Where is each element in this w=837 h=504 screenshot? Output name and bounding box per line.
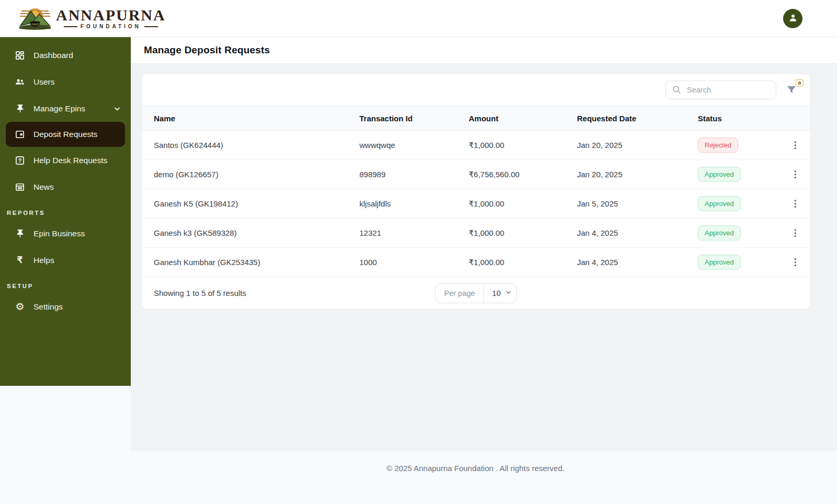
table-row: demo (GK126657) 898989 ₹6,756,560.00 Jan…	[142, 160, 810, 189]
page-footer: © 2025 Annapurna Foundation . All rights…	[131, 451, 820, 504]
cell-requested-date: Jan 4, 2025	[565, 248, 686, 277]
filter-funnel-icon	[786, 88, 797, 97]
column-header-amount: Amount	[457, 106, 565, 131]
page-title: Manage Deposit Requests	[144, 44, 270, 56]
row-actions-menu-icon[interactable]: ⋮	[788, 168, 803, 181]
chevron-down-icon	[505, 289, 512, 297]
main-content: 0 Name Transaction Id Amount Requested D…	[131, 64, 837, 451]
cell-transaction-id: 1000	[348, 248, 457, 277]
search-input[interactable]	[665, 81, 776, 99]
sidebar-item-news[interactable]: News	[0, 174, 131, 200]
sidebar-item-users[interactable]: Users	[0, 68, 131, 95]
table-row: Santos (GK624444) wwwqwqe ₹1,000.00 Jan …	[142, 131, 810, 160]
sidebar-item-label: Users	[33, 77, 54, 87]
sidebar-item-label: Helps	[33, 256, 54, 265]
cell-requested-date: Jan 20, 2025	[565, 131, 686, 160]
per-page-label: Per page	[436, 289, 483, 297]
brand-name: ANNAPURNA	[56, 7, 166, 23]
sidebar-section-setup: SETUP	[0, 273, 131, 293]
mountain-sun-logo-icon	[17, 4, 52, 33]
copyright-text: © 2025 Annapurna Foundation . All rights…	[387, 464, 564, 504]
cell-requested-date: Jan 4, 2025	[565, 219, 686, 248]
search-box	[665, 81, 776, 99]
cell-name: Ganesh K5 (GK198412)	[142, 189, 348, 219]
chevron-down-icon	[113, 105, 121, 113]
gear-icon: ⚙	[15, 302, 25, 312]
sidebar-item-label: Manage Epins	[33, 104, 85, 113]
cell-name: Santos (GK624444)	[142, 131, 348, 160]
sidebar-item-label: Help Desk Requests	[33, 156, 107, 165]
cell-transaction-id: wwwqwqe	[348, 131, 457, 160]
column-header-actions	[781, 106, 810, 131]
status-badge: Approved	[698, 196, 741, 211]
sidebar-item-help-desk-requests[interactable]: ? Help Desk Requests	[0, 147, 131, 174]
sidebar-item-epin-business[interactable]: Epin Business	[0, 220, 131, 247]
column-header-status: Status	[686, 106, 781, 131]
news-icon	[15, 182, 25, 192]
page-title-bar: Manage Deposit Requests	[131, 37, 837, 64]
cell-name: Ganesh k3 (GK589328)	[142, 219, 348, 248]
sidebar-item-label: Settings	[33, 302, 63, 312]
users-icon	[15, 77, 25, 87]
pagination-bar: Showing 1 to 5 of 5 results Per page 10	[142, 277, 810, 309]
sidebar-item-label: Dashboard	[33, 51, 73, 60]
user-avatar-button[interactable]	[783, 9, 802, 28]
help-icon: ?	[15, 155, 25, 166]
filter-button[interactable]: 0	[786, 84, 797, 96]
per-page-value: 10	[484, 289, 516, 297]
sidebar-item-dashboard[interactable]: Dashboard	[0, 42, 131, 68]
table-header-row: Name Transaction Id Amount Requested Dat…	[142, 106, 810, 131]
cell-name: demo (GK126657)	[142, 160, 348, 189]
status-badge: Approved	[698, 255, 741, 270]
brand-subtitle: FOUNDATION	[64, 24, 158, 29]
row-actions-menu-icon[interactable]: ⋮	[788, 139, 803, 152]
sidebar-item-manage-epins[interactable]: Manage Epins	[0, 95, 131, 122]
sidebar-section-reports: REPORTS	[0, 200, 131, 220]
pin-icon	[15, 228, 25, 239]
status-badge: Rejected	[698, 138, 738, 153]
column-header-transaction-id: Transaction Id	[348, 106, 457, 131]
results-summary: Showing 1 to 5 of 5 results	[154, 289, 246, 297]
table-row: Ganesh Kumbhar (GK253435) 1000 ₹1,000.00…	[142, 248, 810, 277]
search-icon	[672, 85, 682, 97]
user-icon	[788, 13, 798, 25]
cell-transaction-id: 12321	[348, 219, 457, 248]
column-header-name: Name	[142, 106, 348, 131]
status-badge: Approved	[698, 225, 741, 240]
sidebar-item-settings[interactable]: ⚙ Settings	[0, 293, 131, 320]
table-toolbar: 0	[142, 74, 810, 106]
brand-text: ANNAPURNA FOUNDATION	[56, 7, 166, 29]
table-row: Ganesh k3 (GK589328) 12321 ₹1,000.00 Jan…	[142, 219, 810, 248]
row-actions-menu-icon[interactable]: ⋮	[788, 197, 803, 210]
sidebar-item-label: News	[33, 182, 54, 192]
per-page-selector[interactable]: Per page 10	[435, 283, 517, 303]
column-header-requested-date: Requested Date	[565, 106, 686, 131]
deposit-requests-card: 0 Name Transaction Id Amount Requested D…	[142, 74, 810, 309]
cell-requested-date: Jan 20, 2025	[565, 160, 686, 189]
brand-rule-right	[144, 26, 158, 27]
cell-amount: ₹1,000.00	[457, 189, 565, 219]
rupee-icon: ₹	[15, 255, 25, 266]
cell-amount: ₹1,000.00	[457, 248, 565, 277]
sidebar-item-deposit-requests[interactable]: Deposit Requests	[6, 122, 125, 147]
sidebar-item-helps[interactable]: ₹ Helps	[0, 247, 131, 273]
row-actions-menu-icon[interactable]: ⋮	[788, 256, 803, 269]
table-row: Ganesh K5 (GK198412) kljsaljfdls ₹1,000.…	[142, 189, 810, 219]
cell-transaction-id: 898989	[348, 160, 457, 189]
svg-text:?: ?	[18, 157, 21, 163]
cell-transaction-id: kljsaljfdls	[348, 189, 457, 219]
sidebar: Dashboard Users Manage Epins	[0, 37, 131, 386]
brand-logo: ANNAPURNA FOUNDATION	[17, 4, 166, 33]
sidebar-item-label: Epin Business	[33, 229, 85, 238]
brand-rule-left	[64, 26, 77, 27]
cell-amount: ₹1,000.00	[457, 219, 565, 248]
wallet-icon	[15, 129, 25, 140]
filter-count-badge: 0	[796, 79, 804, 87]
cell-amount: ₹6,756,560.00	[457, 160, 565, 189]
cell-requested-date: Jan 5, 2025	[565, 189, 686, 219]
pin-icon	[15, 104, 25, 114]
deposit-requests-table: Name Transaction Id Amount Requested Dat…	[142, 106, 810, 277]
row-actions-menu-icon[interactable]: ⋮	[788, 226, 803, 239]
dashboard-icon	[15, 50, 25, 61]
sidebar-item-label: Deposit Requests	[33, 130, 97, 139]
